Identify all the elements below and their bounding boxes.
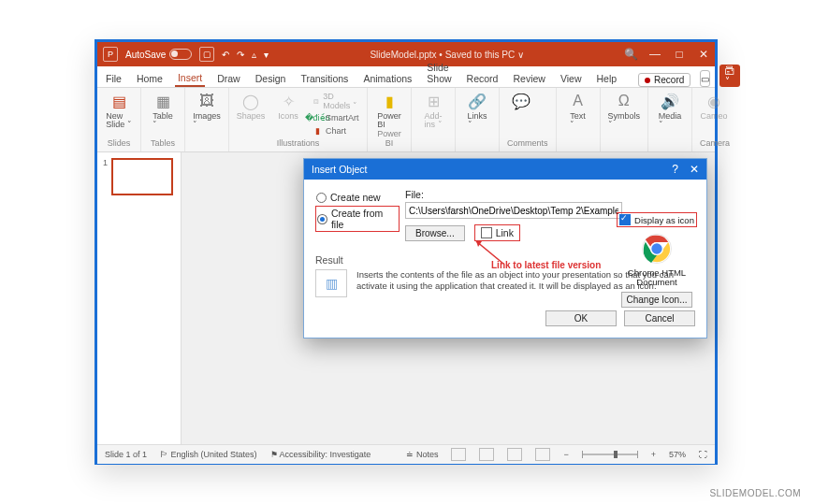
create-new-radio[interactable]: Create new xyxy=(315,191,400,204)
tab-home[interactable]: Home xyxy=(134,73,166,87)
ribbon-tabs: File Home Insert Draw Design Transitions… xyxy=(97,66,715,88)
tab-help[interactable]: Help xyxy=(593,73,619,87)
smartart-button[interactable]: �điềuSmartArt xyxy=(312,112,359,123)
icons-button[interactable]: ✧Icons xyxy=(274,92,302,121)
tab-insert[interactable]: Insert xyxy=(175,72,205,87)
powerbi-button[interactable]: ▮Power BI xyxy=(375,92,403,129)
toggle-off-icon[interactable] xyxy=(169,49,192,60)
browse-button[interactable]: Browse... xyxy=(405,225,465,241)
dialog-title: Insert Object xyxy=(312,164,368,175)
minimize-icon[interactable]: — xyxy=(649,49,661,60)
file-label: File: xyxy=(405,189,622,200)
record-button[interactable]: Record xyxy=(638,73,690,87)
status-bar: Slide 1 of 1 🏳 English (United States) ⚑… xyxy=(97,444,715,464)
tab-design[interactable]: Design xyxy=(253,73,289,87)
tab-review[interactable]: Review xyxy=(510,73,547,87)
chrome-icon xyxy=(641,233,673,265)
comments-pane-button[interactable]: ▭ xyxy=(700,70,710,87)
zoom-out-icon[interactable]: − xyxy=(563,450,568,459)
file-path-input[interactable] xyxy=(405,202,622,219)
redo-icon[interactable]: ↷ xyxy=(237,50,244,60)
ribbon-insert: ▤New Slide ˅ Slides ▦Table ˅ Tables 🖼Ima… xyxy=(97,88,715,152)
links-button[interactable]: 🔗Links ˅ xyxy=(463,92,491,129)
3d-models-button[interactable]: ⧈3D Models ˅ xyxy=(312,92,359,110)
slide-thumbnail[interactable]: 1 xyxy=(103,158,175,195)
document-title: SlideModel.pptx • Saved to this PC ∨ xyxy=(269,50,625,60)
display-as-icon-checkbox[interactable]: Display as icon xyxy=(617,212,697,227)
dialog-help-icon[interactable]: ? xyxy=(672,163,678,176)
new-slide-button[interactable]: ▤New Slide ˅ xyxy=(105,92,133,129)
tab-view[interactable]: View xyxy=(558,73,585,87)
chart-button[interactable]: ▮Chart xyxy=(312,125,359,137)
slideshow-view-icon[interactable] xyxy=(535,448,550,461)
slide-1-thumb[interactable] xyxy=(111,158,173,195)
symbols-button[interactable]: ΩSymbols ˅ xyxy=(608,92,641,129)
fit-window-icon[interactable]: ⛶ xyxy=(699,450,707,459)
tab-slideshow[interactable]: Slide Show xyxy=(424,62,454,87)
insert-object-dialog: Insert Object ? ✕ Create new Create from… xyxy=(303,158,707,338)
record-dot-icon xyxy=(645,78,650,83)
media-button[interactable]: 🔊Media ˅ xyxy=(656,92,684,129)
slide-counter[interactable]: Slide 1 of 1 xyxy=(105,450,147,459)
powerpoint-window: P AutoSave ▢ ↶ ↷ ▵ ▾ SlideModel.pptx • S… xyxy=(94,39,718,465)
save-icon[interactable]: ▢ xyxy=(199,47,214,62)
icon-caption: Chrome HTML Document xyxy=(617,268,697,288)
shapes-button[interactable]: ◯Shapes xyxy=(237,92,265,121)
dialog-close-icon[interactable]: ✕ xyxy=(690,163,699,176)
result-chart-icon: ▥ xyxy=(315,269,347,297)
watermark: SLIDEMODEL.COM xyxy=(709,488,801,498)
table-button[interactable]: ▦Table ˅ xyxy=(149,92,177,129)
zoom-in-icon[interactable]: + xyxy=(651,450,656,459)
title-bar: P AutoSave ▢ ↶ ↷ ▵ ▾ SlideModel.pptx • S… xyxy=(97,42,715,66)
zoom-level[interactable]: 57% xyxy=(669,450,686,459)
cancel-button[interactable]: Cancel xyxy=(624,310,695,326)
undo-icon[interactable]: ↶ xyxy=(222,50,229,60)
slide-canvas[interactable]: Insert Object ? ✕ Create new Create from… xyxy=(182,152,715,444)
language-status[interactable]: 🏳 English (United States) xyxy=(160,450,257,459)
start-show-icon[interactable]: ▵ xyxy=(252,50,256,60)
checkbox-checked-icon[interactable] xyxy=(619,214,631,225)
tab-record[interactable]: Record xyxy=(464,73,501,87)
maximize-icon[interactable]: □ xyxy=(674,49,685,60)
reading-view-icon[interactable] xyxy=(507,448,522,461)
work-area: 1 Insert Object ? ✕ Create new Create fr… xyxy=(97,152,715,444)
dialog-titlebar[interactable]: Insert Object ? ✕ xyxy=(304,159,706,180)
text-button[interactable]: AText ˅ xyxy=(564,92,592,129)
share-button[interactable]: 🖆 ˅ xyxy=(720,65,740,87)
autosave-toggle[interactable]: AutoSave xyxy=(125,49,192,60)
change-icon-button[interactable]: Change Icon... xyxy=(621,292,691,308)
images-button[interactable]: 🖼Images ˅ xyxy=(193,92,221,129)
search-icon[interactable]: 🔍 xyxy=(625,49,636,60)
tab-transitions[interactable]: Transitions xyxy=(298,73,351,87)
cameo-button[interactable]: ◉Cameo xyxy=(700,92,728,121)
accessibility-status[interactable]: ⚑ Accessibility: Investigate xyxy=(270,450,371,459)
create-from-file-radio[interactable]: Create from file xyxy=(315,206,400,232)
thumbnail-pane[interactable]: 1 xyxy=(97,152,182,444)
notes-button[interactable]: ≐ Notes xyxy=(406,450,438,459)
app-icon: P xyxy=(103,47,118,62)
comment-button[interactable]: 💬 xyxy=(507,92,535,112)
autosave-label: AutoSave xyxy=(125,50,166,60)
ok-button[interactable]: OK xyxy=(545,310,617,326)
addins-button[interactable]: ⊞Add- ins ˅ xyxy=(419,92,447,129)
sorter-view-icon[interactable] xyxy=(479,448,494,461)
tab-animations[interactable]: Animations xyxy=(360,73,414,87)
close-icon[interactable]: ✕ xyxy=(698,49,709,60)
annotation-text: Link to latest file version xyxy=(491,260,601,270)
zoom-slider[interactable] xyxy=(582,454,638,455)
tab-draw[interactable]: Draw xyxy=(214,73,243,87)
normal-view-icon[interactable] xyxy=(451,448,466,461)
tab-file[interactable]: File xyxy=(103,73,124,87)
